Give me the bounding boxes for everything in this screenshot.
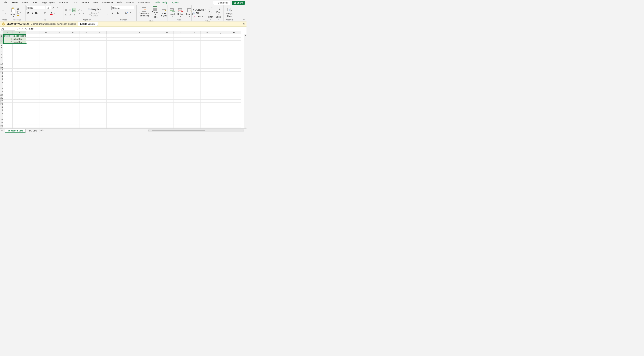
cell-N30[interactable] bbox=[174, 124, 187, 128]
col-header-G[interactable]: G bbox=[80, 31, 93, 34]
cell-H6[interactable] bbox=[93, 50, 106, 53]
cell-F8[interactable] bbox=[66, 56, 80, 59]
cell-N19[interactable] bbox=[174, 90, 187, 93]
italic-button[interactable]: I bbox=[31, 11, 34, 15]
cell-R1[interactable] bbox=[227, 34, 241, 37]
cell-J15[interactable] bbox=[120, 78, 134, 81]
cell-R11[interactable] bbox=[227, 65, 241, 69]
wrap-text-button[interactable]: abWrap Text bbox=[87, 7, 109, 11]
cell-B24[interactable] bbox=[12, 106, 26, 109]
cell-J4[interactable] bbox=[120, 44, 134, 47]
cell-N11[interactable] bbox=[174, 65, 187, 69]
cell-G20[interactable] bbox=[80, 93, 93, 97]
cell-G14[interactable] bbox=[80, 75, 93, 78]
expand-formula-bar-button[interactable] bbox=[242, 28, 246, 30]
cell-I16[interactable] bbox=[106, 81, 120, 84]
redo-button[interactable] bbox=[3, 13, 6, 15]
cell-E8[interactable] bbox=[53, 56, 66, 59]
cell-P10[interactable] bbox=[200, 62, 214, 65]
row-header-6[interactable]: 6 bbox=[0, 50, 3, 53]
cell-H13[interactable] bbox=[93, 72, 106, 75]
cell-A7[interactable] bbox=[3, 53, 12, 56]
cell-O14[interactable] bbox=[187, 75, 200, 78]
cell-I18[interactable] bbox=[106, 87, 120, 90]
cell-I30[interactable] bbox=[106, 124, 120, 128]
cell-B25[interactable] bbox=[12, 109, 26, 112]
close-warning-button[interactable]: ✕ bbox=[243, 23, 245, 25]
cell-C29[interactable] bbox=[26, 121, 40, 124]
cell-P2[interactable] bbox=[200, 37, 214, 41]
cell-J2[interactable] bbox=[120, 37, 134, 41]
cell-G27[interactable] bbox=[80, 115, 93, 118]
cell-C11[interactable] bbox=[26, 65, 40, 69]
analyze-data-button[interactable]: Analyze Data bbox=[224, 7, 234, 17]
cell-G26[interactable] bbox=[80, 112, 93, 115]
cell-Q19[interactable] bbox=[214, 90, 227, 93]
cell-N20[interactable] bbox=[174, 93, 187, 97]
percent-button[interactable]: % bbox=[116, 11, 120, 15]
col-header-J[interactable]: J bbox=[120, 31, 134, 34]
cell-H14[interactable] bbox=[93, 75, 106, 78]
cell-O11[interactable] bbox=[187, 65, 200, 69]
cell-F23[interactable] bbox=[66, 103, 80, 106]
cell-N7[interactable] bbox=[174, 53, 187, 56]
cell-Q15[interactable] bbox=[214, 78, 227, 81]
cell-M16[interactable] bbox=[160, 81, 174, 84]
cell-G7[interactable] bbox=[80, 53, 93, 56]
cell-F26[interactable] bbox=[66, 112, 80, 115]
cell-K25[interactable] bbox=[134, 109, 147, 112]
cell-F19[interactable] bbox=[66, 90, 80, 93]
cell-I29[interactable] bbox=[106, 121, 120, 124]
cell-F24[interactable] bbox=[66, 106, 80, 109]
cell-M21[interactable] bbox=[160, 96, 174, 100]
cell-E18[interactable] bbox=[53, 87, 66, 90]
cell-E3[interactable] bbox=[53, 40, 66, 44]
cell-E16[interactable] bbox=[53, 81, 66, 84]
fbar-menu[interactable]: ⋮ bbox=[16, 28, 18, 30]
cell-C1[interactable] bbox=[26, 34, 40, 37]
cell-B4[interactable] bbox=[12, 44, 26, 47]
cell-A19[interactable] bbox=[3, 90, 12, 93]
cell-B28[interactable] bbox=[12, 118, 26, 121]
cell-N28[interactable] bbox=[174, 118, 187, 121]
cell-M5[interactable] bbox=[160, 47, 174, 50]
cell-C12[interactable] bbox=[26, 69, 40, 72]
orientation-button[interactable]: ab▾ bbox=[78, 9, 85, 12]
cell-B30[interactable] bbox=[12, 124, 26, 128]
cell-O26[interactable] bbox=[187, 112, 200, 115]
cell-H24[interactable] bbox=[93, 106, 106, 109]
cell-L7[interactable] bbox=[147, 53, 160, 56]
cell-J12[interactable] bbox=[120, 69, 134, 72]
cell-P17[interactable] bbox=[200, 84, 214, 87]
cell-G18[interactable] bbox=[80, 87, 93, 90]
cell-F29[interactable] bbox=[66, 121, 80, 124]
cell-O24[interactable] bbox=[187, 106, 200, 109]
cell-E24[interactable] bbox=[53, 106, 66, 109]
cell-D21[interactable] bbox=[40, 96, 53, 100]
cell-E9[interactable] bbox=[53, 59, 66, 62]
cell-H12[interactable] bbox=[93, 69, 106, 72]
cell-K18[interactable] bbox=[134, 87, 147, 90]
cell-C21[interactable] bbox=[26, 96, 40, 100]
cell-J22[interactable] bbox=[120, 100, 134, 103]
cell-Q9[interactable] bbox=[214, 59, 227, 62]
cell-A6[interactable] bbox=[3, 50, 12, 53]
worksheet-grid[interactable]: ABCDEFGHIJKLMNOPQR 123456789101112131415… bbox=[0, 31, 246, 128]
cell-Q12[interactable] bbox=[214, 69, 227, 72]
cell-I25[interactable] bbox=[106, 109, 120, 112]
cell-R12[interactable] bbox=[227, 69, 241, 72]
cell-B11[interactable] bbox=[12, 65, 26, 69]
cell-I7[interactable] bbox=[106, 53, 120, 56]
cell-R22[interactable] bbox=[227, 100, 241, 103]
cell-G10[interactable] bbox=[80, 62, 93, 65]
cell-B7[interactable] bbox=[12, 53, 26, 56]
cell-I13[interactable] bbox=[106, 72, 120, 75]
cell-M13[interactable] bbox=[160, 72, 174, 75]
row-header-28[interactable]: 28 bbox=[0, 118, 3, 121]
fx-icon[interactable]: fx bbox=[24, 27, 28, 30]
cell-K10[interactable] bbox=[134, 62, 147, 65]
row-header-26[interactable]: 26 bbox=[0, 112, 3, 115]
cell-C7[interactable] bbox=[26, 53, 40, 56]
cell-L2[interactable] bbox=[147, 37, 160, 41]
cell-P20[interactable] bbox=[200, 93, 214, 97]
